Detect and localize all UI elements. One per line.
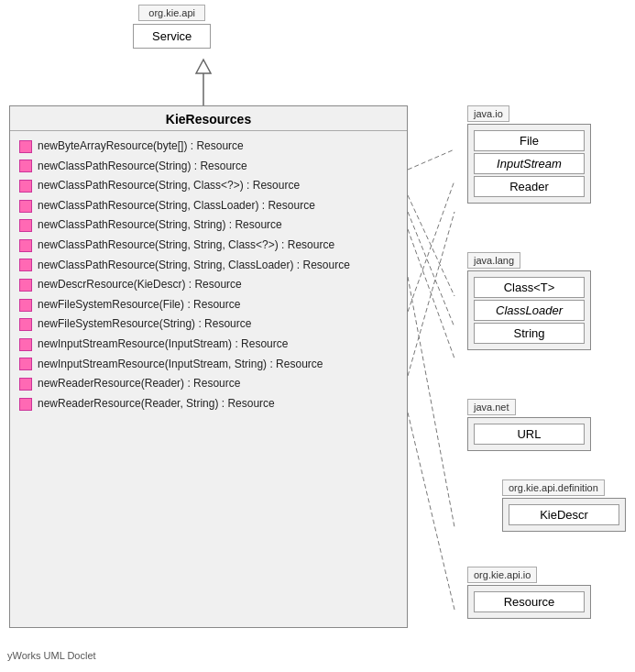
type-resource: Resource — [474, 591, 585, 612]
java-lang-body: Class<T> ClassLoader String — [467, 270, 591, 350]
method-icon — [19, 239, 32, 252]
method-row: newDescrResource(KieDescr) : Resource — [19, 275, 398, 295]
type-class: Class<T> — [474, 277, 585, 298]
svg-line-6 — [408, 195, 454, 296]
method-icon — [19, 160, 32, 172]
method-text: newClassPathResource(String, String) : R… — [38, 215, 282, 236]
org-kie-definition-body: KieDescr — [502, 498, 626, 532]
method-row: newClassPathResource(String, String, Cla… — [19, 256, 398, 276]
diagram-container: org.kie.api Service org.kie.api.io KieRe… — [0, 0, 635, 672]
type-classloader: ClassLoader — [474, 300, 585, 321]
service-namespace-label: org.kie.api — [138, 5, 205, 21]
svg-line-4 — [408, 181, 454, 312]
java-net-body: URL — [467, 417, 591, 451]
svg-line-3 — [408, 149, 454, 170]
method-icon — [19, 219, 32, 232]
kie-resources-box: KieResources newByteArrayResource(byte[]… — [9, 105, 408, 628]
java-lang-section: java.lang Class<T> ClassLoader String — [467, 252, 591, 350]
method-icon — [19, 279, 32, 292]
method-text: newInputStreamResource(InputStream) : Re… — [38, 335, 288, 355]
method-row: newFileSystemResource(String) : Resource — [19, 314, 398, 335]
org-kie-api-io-section: org.kie.api.io Resource — [467, 567, 591, 619]
type-file: File — [474, 130, 585, 151]
method-text: newInputStreamResource(InputStream, Stri… — [38, 355, 323, 375]
method-icon — [19, 398, 32, 411]
type-string: String — [474, 323, 585, 344]
type-reader: Reader — [474, 176, 585, 197]
method-text: newClassPathResource(String, String, Cla… — [38, 256, 350, 276]
method-text: newReaderResource(Reader, String) : Reso… — [38, 394, 275, 414]
svg-line-5 — [408, 212, 454, 376]
svg-line-10 — [408, 413, 454, 610]
org-kie-io-namespace-label: org.kie.api.io — [467, 567, 537, 583]
java-lang-namespace-label: java.lang — [467, 252, 520, 269]
service-box-name: Service — [133, 24, 211, 49]
method-text: newClassPathResource(String, String, Cla… — [38, 236, 334, 256]
type-inputstream: InputStream — [474, 153, 585, 174]
java-io-section: java.io File InputStream Reader — [467, 105, 591, 204]
method-row: newClassPathResource(String, ClassLoader… — [19, 196, 398, 216]
type-kiedescr: KieDescr — [509, 504, 619, 525]
method-row: newReaderResource(Reader) : Resource — [19, 374, 398, 394]
java-io-body: File InputStream Reader — [467, 124, 591, 204]
method-row: newInputStreamResource(InputStream) : Re… — [19, 335, 398, 355]
method-icon — [19, 378, 32, 391]
method-text: newClassPathResource(String, Class<?>) :… — [38, 176, 300, 196]
svg-line-9 — [408, 277, 454, 527]
org-kie-api-definition-section: org.kie.api.definition KieDescr — [502, 479, 626, 532]
service-namespace-section: org.kie.api Service — [133, 5, 211, 49]
footer-text: yWorks UML Doclet — [7, 650, 96, 661]
method-row: newFileSystemResource(File) : Resource — [19, 295, 398, 315]
method-row: newClassPathResource(String) : Resource — [19, 157, 398, 177]
method-icon — [19, 318, 32, 331]
kie-methods-list: newByteArrayResource(byte[]) : Resourcen… — [10, 131, 407, 419]
method-icon — [19, 358, 32, 370]
method-text: newFileSystemResource(String) : Resource — [38, 314, 251, 335]
svg-marker-2 — [196, 60, 211, 73]
method-row: newClassPathResource(String, String) : R… — [19, 215, 398, 236]
method-row: newClassPathResource(String, String, Cla… — [19, 236, 398, 256]
org-kie-io-body: Resource — [467, 585, 591, 619]
org-kie-definition-namespace-label: org.kie.api.definition — [502, 479, 605, 496]
java-net-namespace-label: java.net — [467, 399, 516, 415]
method-text: newClassPathResource(String, ClassLoader… — [38, 196, 315, 216]
java-io-namespace-label: java.io — [467, 105, 509, 122]
type-url: URL — [474, 424, 585, 445]
method-icon — [19, 140, 32, 153]
method-icon — [19, 259, 32, 271]
method-icon — [19, 299, 32, 312]
kie-resources-title: KieResources — [10, 106, 407, 131]
method-icon — [19, 180, 32, 193]
method-text: newClassPathResource(String) : Resource — [38, 157, 247, 177]
method-icon — [19, 338, 32, 351]
method-row: newClassPathResource(String, Class<?>) :… — [19, 176, 398, 196]
svg-line-7 — [408, 212, 454, 327]
method-row: newInputStreamResource(InputStream, Stri… — [19, 355, 398, 375]
method-text: newReaderResource(Reader) : Resource — [38, 374, 240, 394]
svg-line-8 — [408, 229, 454, 358]
method-row: newReaderResource(Reader, String) : Reso… — [19, 394, 398, 414]
method-text: newByteArrayResource(byte[]) : Resource — [38, 137, 244, 157]
method-row: newByteArrayResource(byte[]) : Resource — [19, 137, 398, 157]
method-text: newDescrResource(KieDescr) : Resource — [38, 275, 242, 295]
method-text: newFileSystemResource(File) : Resource — [38, 295, 240, 315]
java-net-section: java.net URL — [467, 399, 591, 451]
method-icon — [19, 200, 32, 213]
